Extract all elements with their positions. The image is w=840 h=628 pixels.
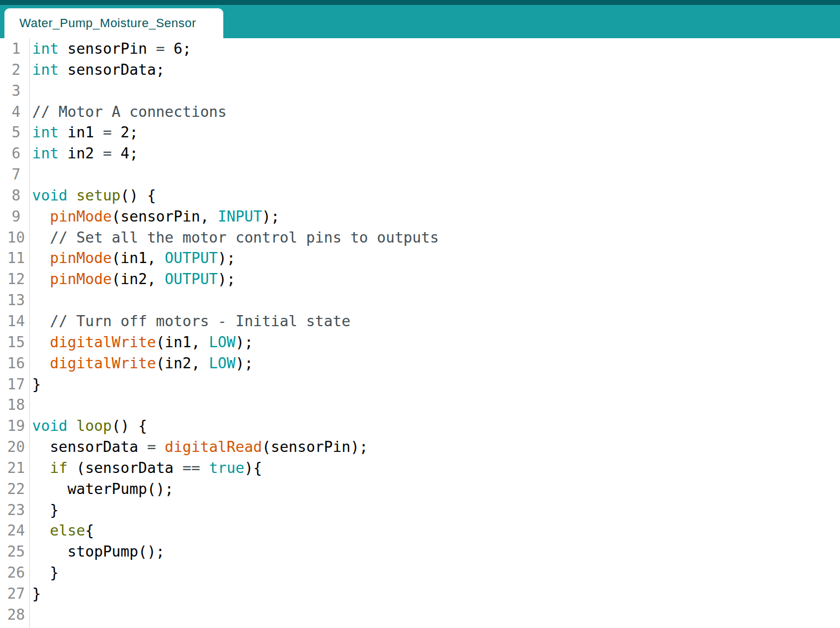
code-line[interactable]: 11 pinMode(in1, OUTPUT); xyxy=(0,248,840,269)
code-line[interactable]: 2int sensorData; xyxy=(0,59,840,80)
line-number: 20 xyxy=(0,436,29,457)
code-line[interactable]: 19void loop() { xyxy=(0,415,840,436)
line-number: 18 xyxy=(0,394,29,415)
line-text: int in2 = 4; xyxy=(29,143,139,164)
code-line[interactable]: 22 waterPump(); xyxy=(0,478,840,500)
line-text: } xyxy=(29,374,41,395)
code-line[interactable]: 21 if (sensorData == true){ xyxy=(0,457,840,478)
code-line[interactable]: 8void setup() { xyxy=(0,185,840,206)
code-line[interactable]: 23 } xyxy=(0,500,840,521)
code-line[interactable]: 6int in2 = 4; xyxy=(0,143,840,164)
code-line[interactable]: 13 xyxy=(0,290,840,311)
line-number: 8 xyxy=(0,185,29,206)
line-text: // Motor A connections xyxy=(29,101,227,122)
line-text: } xyxy=(29,500,59,521)
line-number: 2 xyxy=(0,59,29,80)
code-line[interactable]: 17} xyxy=(0,374,840,395)
code-line[interactable]: 7 xyxy=(0,164,840,185)
line-text: int sensorData; xyxy=(29,59,165,80)
line-text: pinMode(in2, OUTPUT); xyxy=(29,269,235,290)
line-number: 10 xyxy=(0,227,29,248)
header-top-strip xyxy=(0,0,840,5)
line-number: 17 xyxy=(0,374,29,395)
line-number: 25 xyxy=(0,541,29,562)
line-number: 14 xyxy=(0,311,29,332)
line-text: if (sensorData == true){ xyxy=(29,457,262,478)
line-text: sensorData = digitalRead(sensorPin); xyxy=(29,436,368,457)
line-number: 9 xyxy=(0,206,29,227)
line-text: int in1 = 2; xyxy=(29,122,139,143)
line-number: 15 xyxy=(0,332,29,353)
code-line[interactable]: 18 xyxy=(0,394,840,415)
line-text: } xyxy=(29,583,41,604)
line-text: pinMode(in1, OUTPUT); xyxy=(29,248,235,269)
code-line[interactable]: 15 digitalWrite(in1, LOW); xyxy=(0,332,840,353)
code-line[interactable]: 26 } xyxy=(0,562,840,583)
line-text: waterPump(); xyxy=(29,478,173,500)
code-line[interactable]: 28 xyxy=(0,604,840,625)
line-number: 19 xyxy=(0,415,29,436)
line-number: 7 xyxy=(0,164,29,185)
line-number: 12 xyxy=(0,269,29,290)
code-line[interactable]: 5int in1 = 2; xyxy=(0,122,840,143)
line-number: 24 xyxy=(0,520,29,541)
code-line[interactable]: 3 xyxy=(0,80,840,101)
line-text: void loop() { xyxy=(29,415,147,436)
line-number: 22 xyxy=(0,478,29,500)
ide-tab-bar: Water_Pump_Moisture_Sensor xyxy=(0,0,840,38)
code-line[interactable]: 25 stopPump(); xyxy=(0,541,840,562)
code-line[interactable]: 4// Motor A connections xyxy=(0,101,840,122)
code-line[interactable]: 10 // Set all the motor control pins to … xyxy=(0,227,840,248)
line-number: 21 xyxy=(0,457,29,478)
line-text: } xyxy=(29,562,59,583)
code-line[interactable]: 1int sensorPin = 6; xyxy=(0,38,840,59)
code-line[interactable]: 27} xyxy=(0,583,840,604)
line-number: 11 xyxy=(0,248,29,269)
line-number: 3 xyxy=(0,80,29,101)
line-number: 26 xyxy=(0,562,29,583)
line-text: void setup() { xyxy=(29,185,156,206)
line-number: 4 xyxy=(0,101,29,122)
code-line[interactable]: 9 pinMode(sensorPin, INPUT); xyxy=(0,206,840,227)
line-text: // Set all the motor control pins to out… xyxy=(29,227,439,248)
code-editor[interactable]: 1int sensorPin = 6;2int sensorData;34// … xyxy=(0,38,840,628)
line-number: 27 xyxy=(0,583,29,604)
line-number: 13 xyxy=(0,290,29,311)
line-number: 23 xyxy=(0,500,29,521)
sketch-tab[interactable]: Water_Pump_Moisture_Sensor xyxy=(4,8,223,38)
line-number: 1 xyxy=(0,38,29,59)
line-text: stopPump(); xyxy=(29,541,165,562)
line-number: 28 xyxy=(0,604,29,625)
line-text: int sensorPin = 6; xyxy=(29,38,191,59)
code-line[interactable]: 12 pinMode(in2, OUTPUT); xyxy=(0,269,840,290)
line-text: digitalWrite(in2, LOW); xyxy=(29,353,253,374)
line-number: 6 xyxy=(0,143,29,164)
code-line[interactable]: 20 sensorData = digitalRead(sensorPin); xyxy=(0,436,840,457)
line-number: 16 xyxy=(0,353,29,374)
line-text: else{ xyxy=(29,520,94,541)
code-line[interactable]: 14 // Turn off motors - Initial state xyxy=(0,311,840,332)
gutter-separator xyxy=(29,38,30,628)
line-text: digitalWrite(in1, LOW); xyxy=(29,332,253,353)
code-line[interactable]: 24 else{ xyxy=(0,520,840,541)
sketch-tab-label: Water_Pump_Moisture_Sensor xyxy=(19,16,196,30)
line-text: // Turn off motors - Initial state xyxy=(29,311,350,332)
line-number: 5 xyxy=(0,122,29,143)
code-line[interactable]: 16 digitalWrite(in2, LOW); xyxy=(0,353,840,374)
line-text: pinMode(sensorPin, INPUT); xyxy=(29,206,280,227)
code-lines: 1int sensorPin = 6;2int sensorData;34// … xyxy=(0,38,840,625)
